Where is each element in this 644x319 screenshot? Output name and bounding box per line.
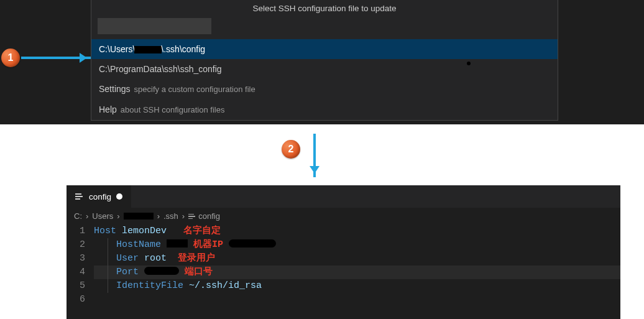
bc-file: config (198, 211, 220, 221)
annotation: 名字自定 (183, 226, 221, 236)
redacted-username (124, 213, 154, 220)
chevron-icon: › (116, 211, 121, 221)
indent-guide (108, 279, 108, 293)
line-number: 4 (67, 266, 94, 279)
code-line: User root 登录用户 (94, 252, 620, 266)
bc-users: Users (92, 211, 113, 221)
line-number: 5 (67, 279, 94, 293)
option-text: Help (99, 102, 117, 117)
quickpick-title: Select SSH configuration file to update (91, 0, 558, 18)
code-line (94, 293, 620, 307)
line-number: 1 (67, 224, 94, 238)
chevron-icon: › (156, 211, 161, 221)
indent-guide (108, 266, 108, 279)
option-text-prefix: C:\Users\ (99, 44, 135, 54)
bc-drive: C: (74, 211, 82, 221)
redacted-username (134, 46, 162, 53)
file-icon (75, 192, 84, 201)
ssh-config-quickpick: Select SSH configuration file to update … (91, 0, 558, 121)
option-detail: specify a custom configuration file (134, 82, 255, 97)
code-line: IdentityFile ~/.ssh/id_rsa (94, 279, 620, 293)
option-settings[interactable]: Settings specify a custom configuration … (91, 79, 558, 99)
breadcrumb[interactable]: C:› Users› › .ssh› config (67, 208, 620, 224)
annotation: 机器IP (193, 239, 223, 250)
code-line: Host lemonDev 名字自定 (94, 224, 620, 238)
code-editor[interactable]: 1 Host lemonDev 名字自定 2 HostName 机器IP 3 U… (67, 224, 620, 307)
tab-config[interactable]: config (67, 185, 131, 208)
option-detail: about SSH configuration files (121, 103, 225, 118)
option-help[interactable]: Help about SSH configuration files (91, 99, 558, 120)
tab-label: config (89, 192, 111, 201)
option-text: Settings (99, 81, 131, 96)
line-number: 3 (67, 252, 94, 266)
annotation: 端口号 (185, 267, 213, 277)
arrow-to-editor (313, 134, 316, 177)
indent-guide (108, 238, 108, 252)
annotation: 登录用户 (178, 253, 215, 264)
option-text-suffix: \.ssh\config (161, 44, 205, 54)
option-programdata-ssh-config[interactable]: C:\ProgramData\ssh\ssh_config (91, 59, 558, 79)
indent-guide (108, 252, 108, 266)
bc-ssh: .ssh (163, 211, 178, 221)
black-dot (467, 62, 471, 65)
quickpick-input[interactable] (98, 18, 211, 34)
redacted-port (144, 267, 179, 275)
arrow-to-option (21, 57, 91, 59)
top-region: Select SSH configuration file to update … (0, 0, 644, 124)
dirty-indicator-icon (116, 193, 122, 200)
step-2-badge: 2 (282, 140, 300, 159)
redacted-ip (229, 239, 276, 247)
line-number: 6 (67, 293, 94, 307)
file-icon (188, 213, 196, 220)
editor-pane: config C:› Users› › .ssh› config 1 Host … (67, 185, 620, 319)
code-line: Port 端口号 (94, 266, 620, 279)
option-user-ssh-config[interactable]: C:\Users\\.ssh\config (91, 39, 558, 59)
line-number: 2 (67, 238, 94, 252)
option-text: C:\ProgramData\ssh\ssh_config (99, 62, 222, 76)
step-1-badge: 1 (1, 49, 20, 67)
code-line: HostName 机器IP (94, 238, 620, 252)
redacted-ip (167, 239, 188, 247)
chevron-icon: › (181, 211, 186, 221)
editor-tabs: config (67, 185, 620, 208)
chevron-icon: › (85, 211, 90, 221)
